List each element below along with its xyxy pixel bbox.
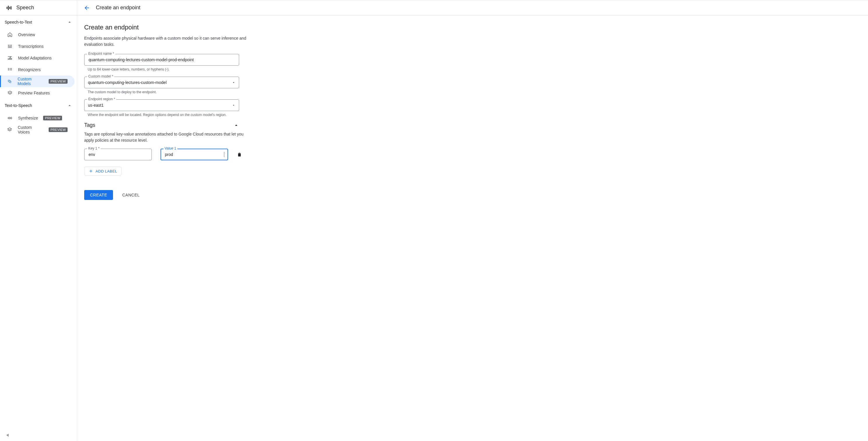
- home-icon: [7, 32, 13, 37]
- svg-rect-9: [8, 48, 12, 48]
- product-name: Speech: [16, 5, 34, 11]
- main: Create an endpoint Create an endpoint En…: [77, 0, 868, 441]
- svg-rect-17: [8, 70, 9, 70]
- endpoint-name-hint: Up to 64 lower-case letters, numbers, or…: [88, 67, 239, 71]
- svg-rect-16: [8, 69, 9, 70]
- custom-model-select[interactable]: quantum-computing-lectures-custom-model: [84, 77, 239, 88]
- chevron-up-icon: [67, 20, 72, 25]
- sidebar-item-custom-models[interactable]: Custom Models PREVIEW: [0, 76, 74, 87]
- svg-rect-12: [10, 57, 11, 60]
- preview-badge: PREVIEW: [43, 116, 62, 120]
- custom-model-field: quantum-computing-lectures-custom-model …: [84, 77, 239, 88]
- layers-icon: [7, 127, 12, 132]
- page-title: Create an endpoint: [84, 24, 321, 31]
- transcriptions-icon: [7, 44, 13, 49]
- svg-rect-5: [8, 46, 10, 46]
- endpoint-region-hint: Where the endpoint will be located. Regi…: [88, 113, 239, 117]
- dropdown-arrow-icon: [232, 104, 235, 107]
- svg-rect-7: [10, 46, 12, 46]
- endpoint-region-field: us-east1 Endpoint region *: [84, 99, 239, 111]
- layers-icon: [7, 90, 13, 96]
- tag-key-field: Key 1 *: [84, 149, 152, 160]
- add-label-button[interactable]: ADD LABEL: [84, 167, 121, 175]
- sidebar-item-synthesize[interactable]: Synthesize PREVIEW: [0, 112, 74, 124]
- endpoint-region-value: us-east1: [88, 103, 232, 108]
- preview-badge: PREVIEW: [49, 79, 68, 84]
- tag-row: Key 1 * Value 1: [84, 149, 321, 160]
- adaptations-icon: [7, 55, 13, 61]
- svg-rect-26: [10, 117, 11, 119]
- endpoint-name-field: Endpoint name *: [84, 54, 239, 66]
- tags-title: Tags: [84, 122, 95, 128]
- endpoint-name-input[interactable]: [88, 57, 235, 62]
- speech-logo-icon: [6, 5, 12, 11]
- recognizers-icon: [7, 67, 13, 72]
- tag-key-input[interactable]: [88, 152, 148, 157]
- create-button[interactable]: CREATE: [84, 190, 113, 200]
- back-button[interactable]: [84, 5, 90, 11]
- custom-model-label: Custom model *: [87, 74, 114, 79]
- sidebar-item-label: Synthesize: [18, 116, 38, 120]
- sidebar: Speech Speech-to-Text Overview Transcrip…: [0, 0, 77, 441]
- sidebar-item-model-adaptations[interactable]: Model Adaptations: [0, 52, 74, 64]
- sidebar-item-label: Overview: [18, 32, 35, 37]
- svg-rect-15: [8, 68, 9, 69]
- chevron-up-icon: [233, 122, 239, 128]
- tag-value-label: Value 1: [163, 146, 177, 150]
- sidebar-item-recognizers[interactable]: Recognizers: [0, 64, 74, 76]
- collapse-sidebar-button[interactable]: [5, 433, 10, 438]
- plus-icon: [89, 169, 93, 173]
- synthesize-icon: [7, 115, 13, 121]
- svg-rect-14: [8, 56, 12, 57]
- svg-rect-3: [11, 6, 12, 9]
- sidebar-item-transcriptions[interactable]: Transcriptions: [0, 40, 74, 52]
- sidebar-item-custom-voices[interactable]: Custom Voices PREVIEW: [0, 124, 74, 136]
- svg-rect-2: [9, 7, 10, 9]
- section-title-tts: Text-to-Speech: [5, 103, 32, 108]
- sidebar-item-overview[interactable]: Overview: [0, 29, 74, 40]
- svg-rect-20: [10, 70, 12, 70]
- preview-badge: PREVIEW: [49, 127, 68, 132]
- tags-description: Tags are optional key-value annotations …: [84, 131, 247, 143]
- svg-rect-1: [8, 5, 9, 10]
- page-description: Endpoints associate physical hardware wi…: [84, 35, 247, 48]
- svg-rect-28: [12, 118, 12, 119]
- svg-rect-22: [8, 118, 8, 119]
- section-title-stt: Speech-to-Text: [5, 20, 32, 25]
- tag-value-input[interactable]: [164, 152, 224, 157]
- svg-rect-19: [10, 69, 12, 70]
- tag-key-label: Key 1 *: [87, 146, 101, 150]
- sidebar-item-label: Model Adaptations: [18, 56, 52, 60]
- endpoint-region-select[interactable]: us-east1: [84, 99, 239, 111]
- section-header-tts[interactable]: Text-to-Speech: [0, 99, 77, 112]
- svg-rect-0: [7, 7, 7, 9]
- svg-rect-27: [11, 117, 12, 119]
- custom-models-icon: [7, 79, 12, 84]
- chevron-up-icon: [67, 103, 72, 108]
- svg-rect-13: [11, 58, 12, 60]
- svg-rect-8: [8, 47, 12, 47]
- svg-rect-6: [10, 45, 12, 46]
- svg-rect-11: [9, 58, 10, 60]
- svg-rect-10: [8, 59, 8, 60]
- dropdown-arrow-icon: [232, 81, 235, 84]
- sidebar-item-label: Custom Models: [18, 77, 43, 86]
- section-header-stt[interactable]: Speech-to-Text: [0, 16, 77, 29]
- main-header: Create an endpoint: [77, 0, 868, 16]
- svg-point-21: [9, 81, 10, 82]
- sidebar-header: Speech: [0, 0, 77, 16]
- sidebar-item-label: Preview Features: [18, 91, 50, 95]
- sidebar-item-label: Recognizers: [18, 67, 41, 72]
- svg-rect-24: [9, 117, 10, 119]
- sidebar-item-label: Custom Voices: [18, 125, 43, 135]
- svg-rect-29: [8, 434, 9, 437]
- header-title: Create an endpoint: [96, 5, 141, 11]
- svg-rect-25: [10, 118, 10, 119]
- tag-value-field: Value 1: [160, 149, 228, 160]
- svg-rect-23: [8, 117, 9, 119]
- endpoint-name-label: Endpoint name *: [87, 52, 115, 56]
- delete-tag-button[interactable]: [237, 152, 242, 157]
- tags-section-header[interactable]: Tags: [84, 122, 239, 128]
- cancel-button[interactable]: CANCEL: [121, 193, 142, 198]
- sidebar-item-preview-features[interactable]: Preview Features: [0, 87, 74, 99]
